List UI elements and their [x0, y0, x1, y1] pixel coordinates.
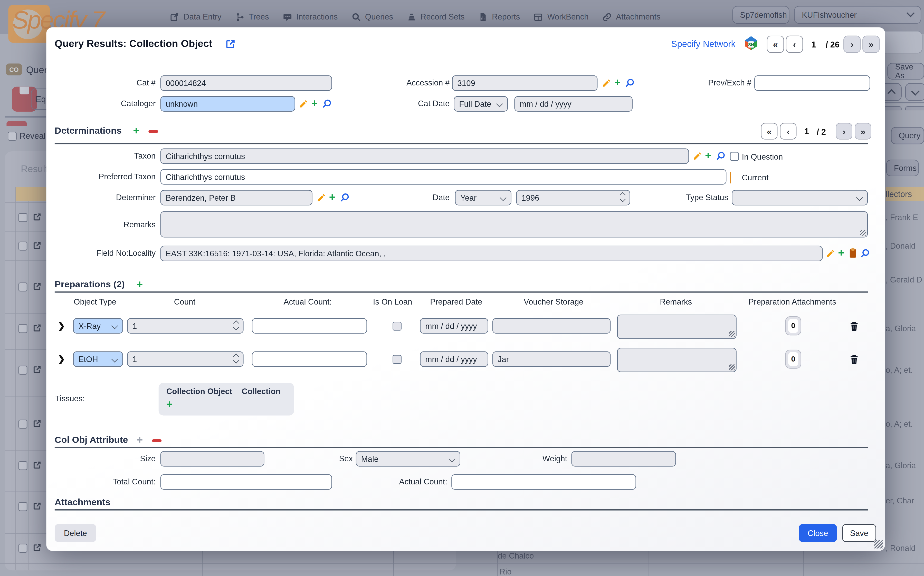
prep-prepared-date-input[interactable]: mm / dd / yyyy [420, 352, 488, 367]
save-as-button[interactable]: Save As [887, 63, 924, 80]
specify-network-link[interactable]: Specify Network [671, 38, 736, 48]
taxon-field[interactable]: Citharichthys cornutus [160, 148, 689, 164]
external-link-icon[interactable] [33, 502, 42, 510]
magnifier-icon[interactable] [340, 192, 350, 202]
prep-attachments-button[interactable]: 0 [785, 350, 801, 369]
add-determination-button[interactable]: + [133, 126, 139, 135]
date-precision-select[interactable]: Year [455, 190, 512, 205]
row-checkbox[interactable] [18, 502, 27, 511]
add-attribute-button[interactable]: + [136, 435, 143, 445]
prep-prepared-date-input[interactable]: mm / dd / yyyy [420, 318, 488, 334]
first-record-button[interactable]: « [767, 36, 784, 53]
external-link-icon[interactable] [33, 365, 42, 374]
resize-grip[interactable] [729, 364, 735, 370]
last-determination-button[interactable]: » [855, 123, 871, 139]
remarks-textarea[interactable] [160, 211, 868, 238]
nav-queries[interactable]: Queries [351, 12, 393, 22]
magnifier-icon[interactable] [322, 99, 332, 109]
prep-object-type-select[interactable]: X-Ray [73, 318, 123, 334]
add-tissue-button[interactable]: + [166, 400, 173, 409]
sex-select[interactable]: Male [356, 451, 460, 466]
prep-count-input[interactable]: 1 [127, 352, 243, 367]
filter-operator-button[interactable]: Eq [31, 88, 48, 110]
resize-grip[interactable] [860, 230, 866, 235]
plus-icon[interactable]: + [705, 151, 711, 160]
collapse-down-button[interactable] [905, 83, 924, 101]
prep-remarks-textarea[interactable] [617, 348, 736, 372]
row-checkbox[interactable] [18, 544, 27, 553]
prep-voucher-storage-input[interactable] [492, 318, 611, 334]
expand-row-chevron[interactable]: ❯ [58, 354, 65, 365]
prep-object-type-select[interactable]: EtOH [73, 352, 123, 367]
external-link-icon[interactable] [33, 213, 42, 221]
add-preparation-button[interactable]: + [136, 280, 143, 289]
external-link-icon[interactable] [33, 543, 42, 552]
cat-date-precision-select[interactable]: Full Date [454, 96, 508, 112]
row-checkbox[interactable] [18, 283, 27, 291]
dialog-resize-grip[interactable] [874, 540, 882, 548]
magnifier-icon[interactable] [860, 248, 870, 258]
query-button[interactable]: Query [891, 127, 924, 144]
determination-year-input[interactable]: 1996 [516, 190, 630, 205]
close-button[interactable]: Close [799, 524, 837, 542]
prevexch-field[interactable] [754, 75, 870, 91]
nav-workbench[interactable]: WorkBench [534, 12, 589, 22]
collectors-column-header[interactable]: llectors [886, 187, 924, 201]
external-link-icon[interactable] [33, 461, 42, 469]
size-field[interactable] [160, 451, 265, 466]
pencil-icon[interactable] [299, 99, 308, 109]
prep-actual-count-input[interactable] [252, 318, 367, 334]
plus-icon[interactable]: + [838, 248, 844, 258]
magnifier-icon[interactable] [716, 151, 726, 161]
plus-icon[interactable]: + [311, 99, 317, 108]
previous-record-button[interactable]: ‹ [786, 36, 803, 53]
last-record-button[interactable]: » [862, 36, 879, 53]
collection-select[interactable]: KUFishvoucher [794, 6, 921, 24]
in-question-checkbox[interactable] [730, 152, 739, 161]
delete-button[interactable]: Delete [55, 524, 96, 542]
trash-icon[interactable] [849, 321, 859, 331]
actual-count-field[interactable] [451, 474, 636, 490]
nav-trees[interactable]: Trees [235, 12, 269, 22]
row-checkbox[interactable] [18, 420, 27, 429]
delete-line-icon[interactable] [6, 121, 27, 126]
row-checkbox[interactable] [18, 213, 27, 222]
previous-determination-button[interactable]: ‹ [780, 123, 797, 139]
external-link-icon[interactable] [225, 38, 236, 49]
nav-data-entry[interactable]: Data Entry [170, 12, 221, 22]
pencil-icon[interactable] [693, 151, 702, 161]
first-determination-button[interactable]: « [761, 123, 778, 139]
next-determination-button[interactable]: › [836, 123, 852, 139]
row-checkbox[interactable] [18, 242, 27, 251]
prep-remarks-textarea[interactable] [617, 315, 736, 339]
is-on-loan-checkbox[interactable] [393, 355, 401, 364]
pencil-icon[interactable] [316, 193, 326, 202]
save-button[interactable]: Save [842, 524, 876, 542]
external-link-icon[interactable] [33, 282, 42, 291]
resize-grip[interactable] [729, 331, 735, 337]
reveal-checkbox[interactable] [8, 132, 17, 141]
pencil-icon[interactable] [826, 249, 835, 258]
determiner-field[interactable]: Berendzen, Peter B [160, 190, 313, 205]
current-checkbox[interactable] [730, 172, 731, 184]
remove-attribute-button[interactable] [152, 439, 162, 442]
trash-icon[interactable] [849, 354, 859, 364]
results-column-header[interactable] [15, 187, 46, 201]
type-status-select[interactable] [732, 190, 868, 205]
clipboard-icon[interactable] [848, 248, 858, 258]
nav-attachments[interactable]: Attachments [602, 12, 661, 22]
nav-reports[interactable]: Reports [478, 12, 520, 22]
external-link-icon[interactable] [33, 241, 42, 250]
spinner-icon[interactable] [621, 193, 625, 201]
nav-record-sets[interactable]: Record Sets [407, 12, 464, 22]
record-number-input[interactable]: 1 [805, 36, 823, 53]
spinner-icon[interactable] [234, 354, 238, 363]
next-record-button[interactable]: › [844, 36, 861, 53]
weight-field[interactable] [571, 451, 676, 466]
specify-network-logo[interactable]: SN [744, 36, 758, 51]
pencil-icon[interactable] [602, 78, 611, 88]
prep-actual-count-input[interactable] [252, 352, 367, 367]
is-on-loan-checkbox[interactable] [393, 322, 401, 331]
row-checkbox[interactable] [18, 461, 27, 470]
accession-field[interactable]: 3109 [452, 75, 598, 91]
